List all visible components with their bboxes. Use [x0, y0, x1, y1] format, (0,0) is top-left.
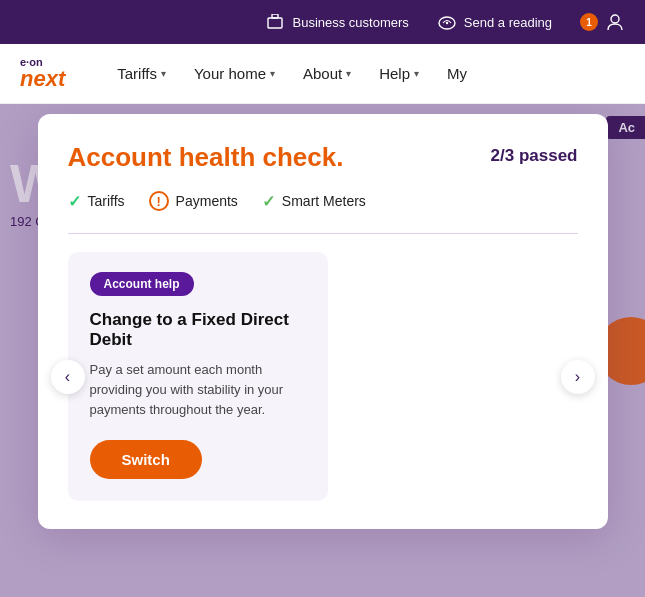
svg-rect-0 [268, 18, 282, 28]
nav-your-home-label: Your home [194, 65, 266, 82]
card-description: Pay a set amount each month providing yo… [90, 360, 306, 420]
svg-rect-1 [272, 14, 278, 18]
top-bar: Business customers Send a reading 1 [0, 0, 645, 44]
send-reading-label: Send a reading [464, 15, 552, 30]
notifications-link[interactable]: 1 [580, 12, 625, 32]
switch-button[interactable]: Switch [90, 440, 202, 479]
card-heading: Change to a Fixed Direct Debit [90, 310, 306, 350]
send-reading-link[interactable]: Send a reading [437, 12, 552, 32]
nav-my-label: My [447, 65, 467, 82]
carousel-next-button[interactable]: › [561, 360, 595, 394]
nav-help[interactable]: Help ▾ [367, 57, 431, 90]
business-icon [265, 12, 285, 32]
check-tariffs: ✓ Tariffs [68, 192, 125, 211]
divider [68, 233, 578, 234]
logo-next-text: next [20, 68, 65, 90]
nav-tariffs-label: Tariffs [117, 65, 157, 82]
health-check-modal: Account health check. 2/3 passed ✓ Tarif… [38, 114, 608, 529]
modal-overlay: Account health check. 2/3 passed ✓ Tarif… [0, 104, 645, 597]
nav-my[interactable]: My [435, 57, 479, 90]
notification-badge: 1 [580, 13, 598, 31]
business-customers-label: Business customers [292, 15, 408, 30]
nav-tariffs[interactable]: Tariffs ▾ [105, 57, 178, 90]
smart-meters-check-label: Smart Meters [282, 193, 366, 209]
card-tag: Account help [90, 272, 194, 296]
nav-bar: e·on next Tariffs ▾ Your home ▾ About ▾ … [0, 44, 645, 104]
modal-header: Account health check. 2/3 passed [68, 142, 578, 173]
modal-title: Account health check. [68, 142, 344, 173]
account-icon [605, 12, 625, 32]
nav-items: Tariffs ▾ Your home ▾ About ▾ Help ▾ My [105, 57, 625, 90]
svg-point-4 [611, 15, 619, 23]
modal-passed-count: 2/3 passed [491, 146, 578, 166]
main-background: Wo 192 G Ac t paym paymement iss afteris… [0, 104, 645, 597]
nav-about-label: About [303, 65, 342, 82]
payments-check-label: Payments [176, 193, 238, 209]
tariffs-chevron-icon: ▾ [161, 68, 166, 79]
nav-your-home[interactable]: Your home ▾ [182, 57, 287, 90]
carousel-prev-button[interactable]: ‹ [51, 360, 85, 394]
logo[interactable]: e·on next [20, 57, 65, 90]
meter-icon [437, 12, 457, 32]
nav-about[interactable]: About ▾ [291, 57, 363, 90]
tariffs-check-label: Tariffs [88, 193, 125, 209]
check-smart-meters: ✓ Smart Meters [262, 192, 366, 211]
business-customers-link[interactable]: Business customers [265, 12, 408, 32]
payments-warn-icon: ! [149, 191, 169, 211]
help-chevron-icon: ▾ [414, 68, 419, 79]
smart-meters-pass-icon: ✓ [262, 192, 275, 211]
check-payments: ! Payments [149, 191, 238, 211]
card-carousel: ‹ Account help Change to a Fixed Direct … [68, 252, 578, 501]
nav-help-label: Help [379, 65, 410, 82]
svg-point-3 [446, 22, 448, 24]
modal-checks: ✓ Tariffs ! Payments ✓ Smart Meters [68, 191, 578, 211]
tariffs-pass-icon: ✓ [68, 192, 81, 211]
your-home-chevron-icon: ▾ [270, 68, 275, 79]
about-chevron-icon: ▾ [346, 68, 351, 79]
account-help-card: Account help Change to a Fixed Direct De… [68, 252, 328, 501]
